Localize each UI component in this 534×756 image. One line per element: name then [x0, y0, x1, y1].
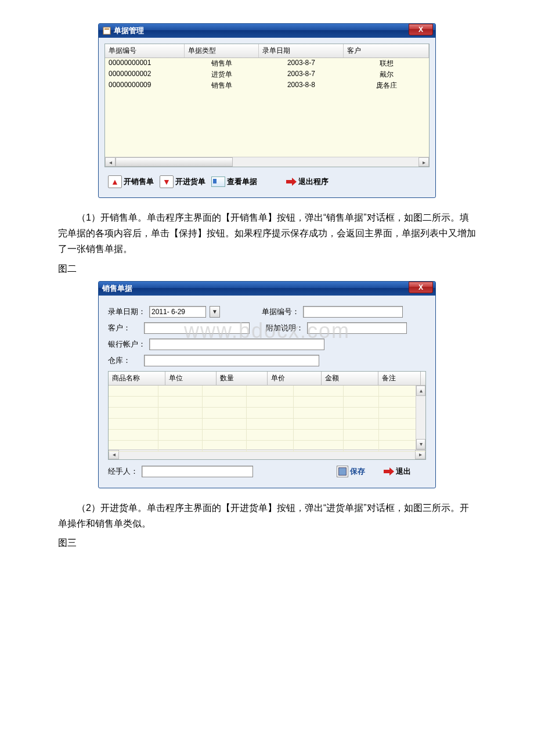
- scroll-track[interactable]: [416, 396, 425, 439]
- exit-icon: [286, 177, 297, 187]
- date-label: 录单日期：: [108, 307, 146, 317]
- store-label: 仓库：: [108, 355, 140, 366]
- scroll-thumb[interactable]: [116, 157, 233, 167]
- cell-type: 销售单: [185, 80, 258, 91]
- save-button[interactable]: 保存: [337, 466, 365, 477]
- col-product[interactable]: 商品名称: [109, 372, 165, 385]
- save-label: 保存: [350, 466, 365, 477]
- figure-caption-2: 图二: [58, 263, 476, 275]
- cell-id: 00000000002: [105, 69, 185, 80]
- date-field[interactable]: 2011- 6-29: [149, 306, 206, 318]
- save-icon: [337, 466, 348, 477]
- date-value: 2011- 6-29: [151, 308, 185, 316]
- titlebar: 单据管理 X: [99, 24, 435, 38]
- scroll-down-icon[interactable]: ▾: [416, 439, 425, 449]
- vertical-scrollbar[interactable]: ▴ ▾: [416, 386, 425, 449]
- exit-button[interactable]: 退出: [384, 466, 411, 477]
- col-date[interactable]: 录单日期: [259, 44, 344, 57]
- window-title: 销售单据: [102, 283, 132, 294]
- window-body: 单据编号 单据类型 录单日期 客户 00000000001 销售单 2003-8…: [99, 38, 435, 197]
- open-sale-label: 开销售单: [124, 177, 154, 187]
- list-rows: 00000000001 销售单 2003-8-7 联想 00000000002 …: [105, 58, 429, 157]
- sale-bill-window: 销售单据 X www.bdocx.com 录单日期： 2011- 6-29 ▼ …: [98, 281, 436, 488]
- cell-date: 2003-8-8: [259, 80, 344, 91]
- view-bill-label: 查看单据: [227, 177, 257, 187]
- titlebar: 销售单据 X: [99, 282, 435, 296]
- toolbar: ▲ 开销售单 ▼ 开进货单 查看单据 退出程序: [104, 175, 430, 192]
- list-header: 单据编号 单据类型 录单日期 客户: [105, 44, 429, 58]
- list-row[interactable]: 00000000001 销售单 2003-8-7 联想: [105, 58, 429, 69]
- figure-caption-3: 图三: [58, 537, 476, 549]
- bank-label: 银行帐户：: [108, 339, 146, 350]
- open-purchase-button[interactable]: ▼ 开进货单: [160, 175, 205, 188]
- handler-label: 经手人：: [108, 466, 138, 477]
- scroll-track[interactable]: [233, 157, 418, 167]
- col-amount[interactable]: 金额: [322, 372, 378, 385]
- grid-body: ▴ ▾: [109, 386, 425, 449]
- svg-rect-1: [104, 28, 109, 30]
- paragraph-1: （1）开销售单。单击程序主界面的【开销售单】按钮，弹出“销售单据”对话框，如图二…: [58, 210, 476, 257]
- customer-field[interactable]: [144, 322, 250, 334]
- app-icon: [102, 26, 111, 35]
- close-button[interactable]: X: [409, 282, 433, 293]
- col-qty[interactable]: 数量: [217, 372, 268, 385]
- exit-button[interactable]: 退出程序: [286, 177, 329, 187]
- cell-type: 销售单: [185, 58, 258, 69]
- open-purchase-label: 开进货单: [175, 177, 205, 187]
- col-remark[interactable]: 备注: [378, 372, 421, 385]
- horizontal-scrollbar[interactable]: ◂ ▸: [105, 157, 429, 167]
- col-type[interactable]: 单据类型: [185, 44, 259, 57]
- cell-date: 2003-8-7: [259, 58, 344, 69]
- card-icon: [211, 177, 225, 187]
- view-bill-button[interactable]: 查看单据: [211, 177, 257, 187]
- bill-list[interactable]: 单据编号 单据类型 录单日期 客户 00000000001 销售单 2003-8…: [104, 44, 430, 167]
- exit-label: 退出: [396, 466, 411, 477]
- cell-id: 00000000009: [105, 80, 185, 91]
- bill-manage-window: 单据管理 X 单据编号 单据类型 录单日期 客户 00000000001 销售单…: [98, 23, 436, 198]
- id-field[interactable]: [303, 306, 403, 318]
- cell-cust: 庞各庄: [344, 80, 429, 91]
- scroll-up-icon[interactable]: ▴: [416, 386, 425, 396]
- col-id[interactable]: 单据编号: [105, 44, 185, 57]
- exit-label: 退出程序: [298, 177, 329, 187]
- item-grid[interactable]: 商品名称 单位 数量 单价 金额 备注 ▴ ▾: [108, 371, 426, 460]
- cell-id: 00000000001: [105, 58, 185, 69]
- close-button[interactable]: X: [409, 24, 433, 35]
- cell-cust: 联想: [344, 58, 429, 69]
- date-dropdown-icon[interactable]: ▼: [210, 306, 220, 318]
- window-body: www.bdocx.com 录单日期： 2011- 6-29 ▼ 单据编号： 客…: [99, 296, 435, 488]
- col-customer[interactable]: 客户: [344, 44, 429, 57]
- scroll-right-icon[interactable]: ▸: [418, 157, 429, 167]
- grid-header: 商品名称 单位 数量 单价 金额 备注: [109, 372, 425, 386]
- store-field[interactable]: [144, 355, 319, 366]
- cell-type: 进货单: [185, 69, 258, 80]
- extra-field[interactable]: [307, 322, 407, 334]
- id-label: 单据编号：: [262, 307, 300, 317]
- bank-field[interactable]: [149, 339, 324, 350]
- exit-icon: [384, 466, 394, 477]
- col-price[interactable]: 单价: [268, 372, 322, 385]
- col-unit[interactable]: 单位: [165, 372, 217, 385]
- arrow-up-icon: ▲: [108, 175, 122, 188]
- arrow-down-icon: ▼: [160, 175, 174, 188]
- customer-label: 客户：: [108, 323, 140, 333]
- list-row[interactable]: 00000000009 销售单 2003-8-8 庞各庄: [105, 80, 429, 91]
- window-title: 单据管理: [114, 26, 144, 36]
- list-row[interactable]: 00000000002 进货单 2003-8-7 戴尔: [105, 69, 429, 80]
- open-sale-button[interactable]: ▲ 开销售单: [108, 175, 154, 188]
- cell-date: 2003-8-7: [259, 69, 344, 80]
- paragraph-2: （2）开进货单。单击程序主界面的【开进货单】按钮，弹出“进货单据”对话框，如图三…: [58, 500, 476, 531]
- svg-rect-0: [103, 27, 110, 34]
- extra-label: 附加说明：: [266, 323, 304, 333]
- cell-cust: 戴尔: [344, 69, 429, 80]
- scroll-left-icon[interactable]: ◂: [105, 157, 116, 167]
- handler-field[interactable]: [142, 466, 253, 477]
